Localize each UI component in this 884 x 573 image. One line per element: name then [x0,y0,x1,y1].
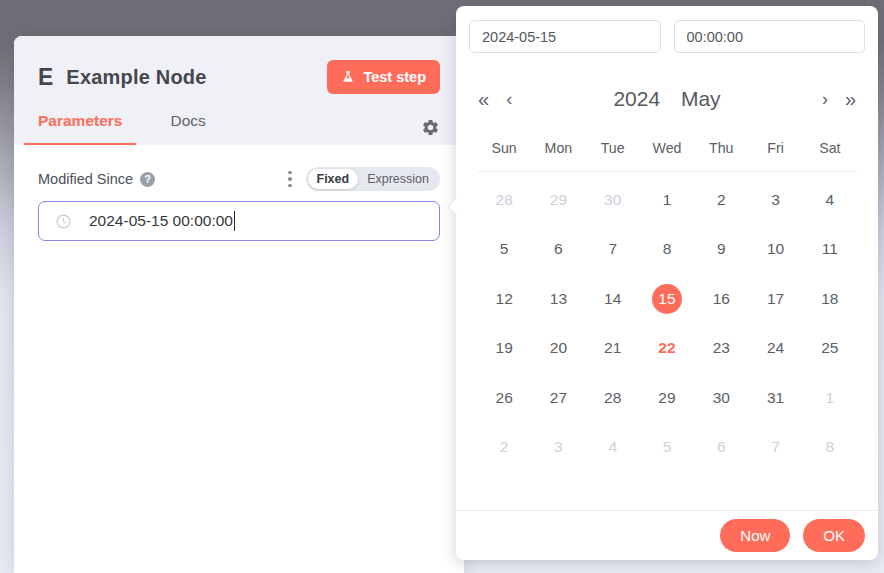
calendar-day[interactable]: 1 [803,373,857,423]
datetime-input[interactable]: 2024-05-15 00:00:00 [38,201,440,241]
calendar-day[interactable]: 5 [477,225,531,275]
day-of-week-header: SunMonTueWedThuFriSat [477,140,857,172]
year-label[interactable]: 2024 [613,87,660,110]
day-of-week-label: Thu [694,140,748,156]
gear-icon[interactable] [421,118,440,137]
calendar-day[interactable]: 8 [803,423,857,473]
calendar-day[interactable]: 11 [803,225,857,275]
calendar-day[interactable]: 25 [803,324,857,374]
day-of-week-label: Tue [586,140,640,156]
datetime-picker-popover: « ‹ 2024 May › » SunMonTueWedThuFriSat 2… [456,6,878,560]
calendar-day[interactable]: 3 [531,423,585,473]
calendar-day[interactable]: 30 [586,175,640,225]
calendar-day[interactable]: 17 [748,274,802,324]
calendar-day[interactable]: 22 [640,324,694,374]
flask-icon [341,70,355,84]
calendar-day[interactable]: 29 [531,175,585,225]
node-icon: E [38,64,53,91]
clock-icon [55,213,72,230]
tab-parameters[interactable]: Parameters [24,112,136,145]
text-cursor [234,211,236,231]
calendar-day[interactable]: 27 [531,373,585,423]
prev-month-button[interactable]: ‹ [506,90,512,108]
calendar-day[interactable]: 28 [477,175,531,225]
calendar-day[interactable]: 7 [748,423,802,473]
day-of-week-label: Fri [748,140,802,156]
calendar-day[interactable]: 29 [640,373,694,423]
calendar-day[interactable]: 13 [531,274,585,324]
calendar-nav: « ‹ 2024 May › » [478,83,856,115]
node-panel-header: E Example Node Test step Parameters Docs [14,36,464,145]
calendar-day[interactable]: 1 [640,175,694,225]
help-icon[interactable]: ? [140,172,155,187]
day-of-week-label: Sat [803,140,857,156]
calendar-day[interactable]: 26 [477,373,531,423]
month-label[interactable]: May [681,87,721,110]
calendar-day[interactable]: 5 [640,423,694,473]
next-year-button[interactable]: » [845,89,856,109]
toggle-fixed[interactable]: Fixed [308,169,359,189]
calendar-day[interactable]: 3 [748,175,802,225]
calendar-day[interactable]: 15 [640,274,694,324]
tab-docs[interactable]: Docs [156,112,219,145]
prev-year-button[interactable]: « [478,89,489,109]
day-of-week-label: Mon [531,140,585,156]
day-of-week-label: Sun [477,140,531,156]
calendar-day[interactable]: 8 [640,225,694,275]
calendar-day[interactable]: 19 [477,324,531,374]
calendar-day[interactable]: 9 [694,225,748,275]
calendar-day[interactable]: 2 [694,175,748,225]
picker-date-input[interactable] [469,20,661,53]
calendar-day[interactable]: 30 [694,373,748,423]
picker-footer: Now OK [456,510,878,560]
options-menu-icon[interactable] [286,167,294,191]
day-of-week-label: Wed [640,140,694,156]
fixed-expression-toggle: Fixed Expression [306,167,441,191]
tab-bar: Parameters Docs [24,112,220,145]
calendar-day[interactable]: 21 [586,324,640,374]
toggle-expression[interactable]: Expression [358,169,438,189]
calendar-day[interactable]: 14 [586,274,640,324]
now-button[interactable]: Now [720,519,790,552]
node-title: Example Node [66,66,206,89]
calendar-day[interactable]: 2 [477,423,531,473]
test-step-label: Test step [363,69,426,85]
calendar-day[interactable]: 7 [586,225,640,275]
calendar-day[interactable]: 12 [477,274,531,324]
calendar-day[interactable]: 6 [694,423,748,473]
calendar-day[interactable]: 16 [694,274,748,324]
calendar-day[interactable]: 24 [748,324,802,374]
calendar-day[interactable]: 18 [803,274,857,324]
picker-time-input[interactable] [674,20,866,53]
next-month-button[interactable]: › [822,90,828,108]
node-detail-panel: E Example Node Test step Parameters Docs… [14,36,464,573]
test-step-button[interactable]: Test step [327,60,440,94]
calendar-day[interactable]: 20 [531,324,585,374]
calendar-grid: 2829301234567891011121314151617181920212… [477,172,857,472]
field-label: Modified Since [38,171,133,187]
calendar-day[interactable]: 23 [694,324,748,374]
calendar-day[interactable]: 31 [748,373,802,423]
calendar-day[interactable]: 28 [586,373,640,423]
datetime-input-value: 2024-05-15 00:00:00 [89,212,233,230]
modified-since-field: Modified Since ? Fixed Expression 2024-0… [38,167,440,241]
calendar-day[interactable]: 4 [803,175,857,225]
ok-button[interactable]: OK [803,519,865,552]
calendar-day[interactable]: 4 [586,423,640,473]
calendar-day[interactable]: 10 [748,225,802,275]
calendar-day[interactable]: 6 [531,225,585,275]
node-panel-body: Modified Since ? Fixed Expression 2024-0… [14,145,464,263]
